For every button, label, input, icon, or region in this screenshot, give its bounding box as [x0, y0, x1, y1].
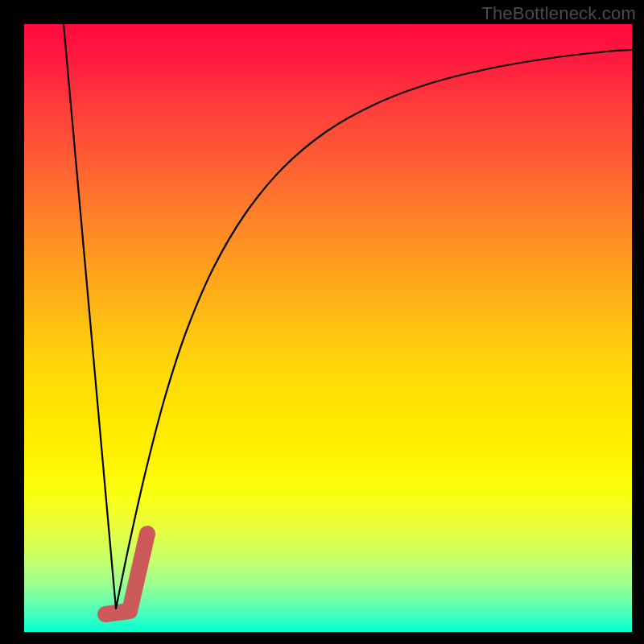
watermark-text: TheBottleneck.com — [481, 3, 636, 24]
curve-layer — [24, 24, 632, 632]
bottleneck-curve — [64, 24, 632, 609]
highlight-segment — [105, 534, 147, 614]
chart-frame: TheBottleneck.com — [0, 0, 644, 644]
plot-area — [24, 24, 632, 632]
